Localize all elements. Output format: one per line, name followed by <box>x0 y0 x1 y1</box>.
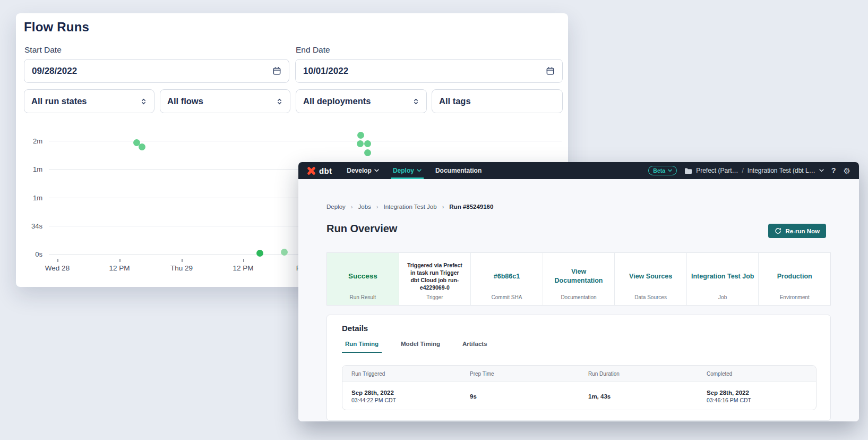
end-date-input[interactable]: 10/01/2022 <box>295 59 563 83</box>
dbt-cloud-window: dbt Develop Deploy Documentation Beta <box>298 162 859 421</box>
chevron-updown-icon <box>140 97 147 106</box>
start-date-label: Start Date <box>24 45 62 55</box>
tab-run-timing[interactable]: Run Timing <box>342 341 382 353</box>
flow-run-point[interactable] <box>364 140 371 147</box>
completed-cell: Sep 28th, 2022 03:46:16 PM CDT <box>698 382 816 410</box>
refresh-icon <box>775 227 781 234</box>
run-states-value: All run states <box>31 96 87 106</box>
flow-run-point[interactable] <box>364 149 371 156</box>
flow-run-point[interactable] <box>281 249 288 256</box>
flow-run-point[interactable] <box>357 132 364 139</box>
flow-run-point[interactable] <box>139 143 145 150</box>
help-icon[interactable]: ? <box>831 166 836 175</box>
run-states-select[interactable]: All run states <box>24 89 154 113</box>
x-tick-label: Wed 28 <box>33 264 81 272</box>
desktop: Flow Runs Start Date End Date 09/28/2022… <box>0 0 868 440</box>
tab-artifacts[interactable]: Artifacts <box>459 341 491 353</box>
trigger-card: Triggered via Prefect in task run Trigge… <box>399 253 471 305</box>
flows-select[interactable]: All flows <box>160 89 290 113</box>
nav-item-documentation[interactable]: Documentation <box>435 162 482 179</box>
details-title: Details <box>342 324 368 333</box>
flow-run-point[interactable] <box>357 140 364 147</box>
run-duration-cell: 1m, 43s <box>579 382 698 410</box>
brand-name: dbt <box>319 166 332 175</box>
chevron-down-icon <box>374 169 379 172</box>
x-tick <box>57 259 58 262</box>
view-documentation-link[interactable]: View Documentation <box>547 258 611 294</box>
y-tick-label: 1m <box>16 165 42 173</box>
trigger-value: Triggered via Prefect in task run Trigge… <box>403 258 467 294</box>
gear-icon[interactable]: ⚙ <box>844 167 850 175</box>
chevron-updown-icon <box>412 97 419 106</box>
job-card: Integration Test Job Job <box>687 253 759 305</box>
x-tick-label: Thu 29 <box>158 264 205 272</box>
x-tick <box>119 259 121 262</box>
chevron-down-icon <box>819 169 824 172</box>
chevron-down-icon <box>417 169 422 172</box>
deployments-value: All deployments <box>303 96 371 106</box>
account-separator: / <box>742 167 743 174</box>
details-tabs: Run Timing Model Timing Artifacts <box>342 341 491 353</box>
commit-sha-link[interactable]: #6b86c1 <box>475 258 538 294</box>
commit-sha-card: #6b86c1 Commit SHA <box>471 253 543 305</box>
run-result-value: Success <box>331 258 394 294</box>
run-result-card: Success Run Result <box>327 253 399 305</box>
dbt-logo-icon <box>307 166 316 175</box>
nav-item-develop[interactable]: Develop <box>347 162 379 179</box>
y-tick-label: 0s <box>16 250 42 258</box>
calendar-icon[interactable] <box>546 66 555 75</box>
data-sources-card: View Sources Data Sources <box>615 253 687 305</box>
start-date-input[interactable]: 09/28/2022 <box>24 59 289 83</box>
rerun-now-button[interactable]: Re-run Now <box>768 224 826 238</box>
tags-select[interactable]: All tags <box>432 89 563 113</box>
start-date-value: 09/28/2022 <box>32 66 77 77</box>
dbt-content: Deploy Jobs Integration Test Job Run #85… <box>298 179 859 421</box>
flows-value: All flows <box>167 96 203 106</box>
documentation-card: View Documentation Documentation <box>543 253 615 305</box>
dbt-top-navbar: dbt Develop Deploy Documentation Beta <box>298 162 859 179</box>
run-timing-table: Run Triggered Prep Time Run Duration Com… <box>342 365 817 410</box>
x-tick-label: 12 PM <box>96 264 143 272</box>
details-panel: Details Run Timing Model Timing Artifact… <box>326 315 831 421</box>
end-date-value: 10/01/2022 <box>303 66 348 77</box>
calendar-icon[interactable] <box>272 66 281 75</box>
gridline <box>49 141 562 141</box>
dbt-logo[interactable]: dbt <box>307 166 332 175</box>
table-header-row: Run Triggered Prep Time Run Duration Com… <box>342 366 816 382</box>
run-summary-cards: Success Run Result Triggered via Prefect… <box>326 252 831 306</box>
chevron-down-icon <box>668 169 672 172</box>
x-tick <box>182 259 183 262</box>
view-sources-link[interactable]: View Sources <box>619 258 682 294</box>
breadcrumb-jobs[interactable]: Jobs <box>346 204 371 210</box>
prep-time-cell: 9s <box>461 382 579 410</box>
flow-run-point[interactable] <box>256 250 263 257</box>
run-overview-title: Run Overview <box>326 223 397 235</box>
table-row: Sep 28th, 2022 03:44:22 PM CDT 9s 1m, 43… <box>342 382 816 410</box>
x-tick <box>243 259 244 262</box>
tags-value: All tags <box>439 96 471 106</box>
project-name: Integration Test (dbt L… <box>747 167 815 174</box>
account-name: Prefect (Part… <box>696 167 738 174</box>
y-tick-label: 34s <box>16 222 42 230</box>
job-link[interactable]: Integration Test Job <box>691 258 754 294</box>
y-tick-label: 1m <box>16 194 42 202</box>
breadcrumb: Deploy Jobs Integration Test Job Run #85… <box>326 204 493 210</box>
deployments-select[interactable]: All deployments <box>296 89 427 113</box>
environment-card: Production Environment <box>759 253 830 305</box>
end-date-label: End Date <box>296 45 330 55</box>
beta-badge[interactable]: Beta <box>648 166 677 175</box>
environment-link[interactable]: Production <box>763 258 826 294</box>
page-title: Flow Runs <box>24 20 89 35</box>
chevron-updown-icon <box>276 97 283 106</box>
breadcrumb-run: Run #85249160 <box>437 204 494 210</box>
x-tick-label: 12 PM <box>219 264 267 272</box>
folder-icon <box>684 167 692 174</box>
breadcrumb-job[interactable]: Integration Test Job <box>371 204 437 210</box>
run-triggered-cell: Sep 28th, 2022 03:44:22 PM CDT <box>342 382 461 410</box>
y-tick-label: 2m <box>16 137 42 145</box>
nav-item-deploy[interactable]: Deploy <box>393 162 422 179</box>
account-project-switcher[interactable]: Prefect (Part… / Integration Test (dbt L… <box>684 167 824 174</box>
breadcrumb-deploy[interactable]: Deploy <box>326 204 346 210</box>
tab-model-timing[interactable]: Model Timing <box>398 341 443 353</box>
